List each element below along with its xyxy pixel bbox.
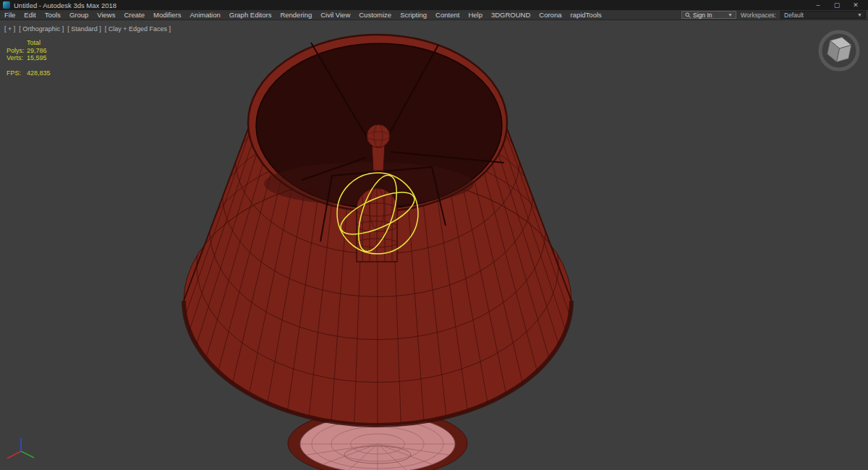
menu-item-animation[interactable]: Animation — [186, 10, 225, 20]
chevron-down-icon: ▼ — [857, 12, 862, 17]
viewport-shading-menu[interactable]: [ Clay + Edged Faces ] — [105, 25, 171, 33]
sign-in-label: Sign In — [693, 12, 712, 19]
menu-item-customize[interactable]: Customize — [354, 10, 396, 20]
viewport-general-menu[interactable]: [ + ] — [4, 25, 15, 33]
menu-item-content[interactable]: Content — [431, 10, 464, 20]
menu-item-graph-editors[interactable]: Graph Editors — [225, 10, 276, 20]
menu-item-views[interactable]: Views — [93, 10, 119, 20]
window-title: Untitled - Autodesk 3ds Max 2018 — [14, 1, 116, 9]
viewcube[interactable] — [816, 27, 862, 74]
viewport-label: [ + ] [ Orthographic ] [ Standard ] [ Cl… — [4, 25, 171, 33]
stats-verts-row: Verts: 15,595 — [7, 54, 51, 62]
stats-polys-label: Polys: — [7, 47, 27, 55]
menu-item-help[interactable]: Help — [464, 10, 487, 20]
window-controls: – ▢ ✕ — [809, 0, 865, 10]
menu-item-modifiers[interactable]: Modifiers — [149, 10, 186, 20]
sign-in-box[interactable]: Sign In ▼ — [681, 11, 736, 19]
close-button[interactable]: ✕ — [846, 0, 865, 10]
menubar-right: Sign In ▼ Workspaces: Default ▼ — [681, 11, 868, 19]
stats-total-label: Total — [27, 39, 41, 47]
menu-item-scripting[interactable]: Scripting — [396, 10, 431, 20]
workspaces-dropdown[interactable]: Default ▼ — [780, 11, 866, 19]
menu-item-tools[interactable]: Tools — [41, 10, 65, 20]
stats-header-row: Total — [7, 39, 51, 47]
search-icon — [685, 12, 691, 18]
stats-verts-label: Verts: — [7, 54, 27, 62]
statistics-overlay: Total Polys: 29,786 Verts: 15,595 FPS: 4… — [7, 39, 51, 77]
workspaces-value: Default — [784, 12, 804, 19]
stats-polys-row: Polys: 29,786 — [7, 47, 51, 55]
menu-item-create[interactable]: Create — [119, 10, 149, 20]
viewport-pov-menu[interactable]: [ Orthographic ] — [19, 25, 64, 33]
menu-item-group[interactable]: Group — [65, 10, 93, 20]
stats-polys-value: 29,786 — [27, 47, 47, 55]
stats-fps-value: 428,835 — [27, 69, 51, 77]
workspaces-label: Workspaces: — [741, 12, 776, 19]
menu-item-edit[interactable]: Edit — [20, 10, 40, 20]
scene-3d-lamp[interactable] — [0, 20, 868, 470]
menu-item-corona[interactable]: Corona — [535, 10, 566, 20]
minimize-button[interactable]: – — [809, 0, 827, 10]
viewport-standard-menu[interactable]: [ Standard ] — [67, 25, 101, 33]
menu-item-file[interactable]: File — [0, 10, 20, 20]
maximize-button[interactable]: ▢ — [827, 0, 846, 10]
menu-bar: File Edit Tools Group Views Create Modif… — [0, 10, 868, 20]
app-icon — [3, 1, 10, 9]
chevron-down-icon: ▼ — [728, 12, 733, 17]
stats-verts-value: 15,595 — [27, 54, 47, 62]
menu-item-3dground[interactable]: 3DGROUND — [487, 10, 535, 20]
viewport[interactable]: [ + ] [ Orthographic ] [ Standard ] [ Cl… — [0, 20, 868, 470]
title-bar: Untitled - Autodesk 3ds Max 2018 – ▢ ✕ — [0, 0, 868, 10]
menu-item-civil-view[interactable]: Civil View — [316, 10, 354, 20]
menu-item-rapidtools[interactable]: rapidTools — [566, 10, 605, 20]
stats-fps-label: FPS: — [7, 69, 27, 77]
world-axis-icon — [4, 435, 38, 469]
stats-fps-row: FPS: 428,835 — [7, 69, 51, 77]
menu-item-rendering[interactable]: Rendering — [276, 10, 316, 20]
